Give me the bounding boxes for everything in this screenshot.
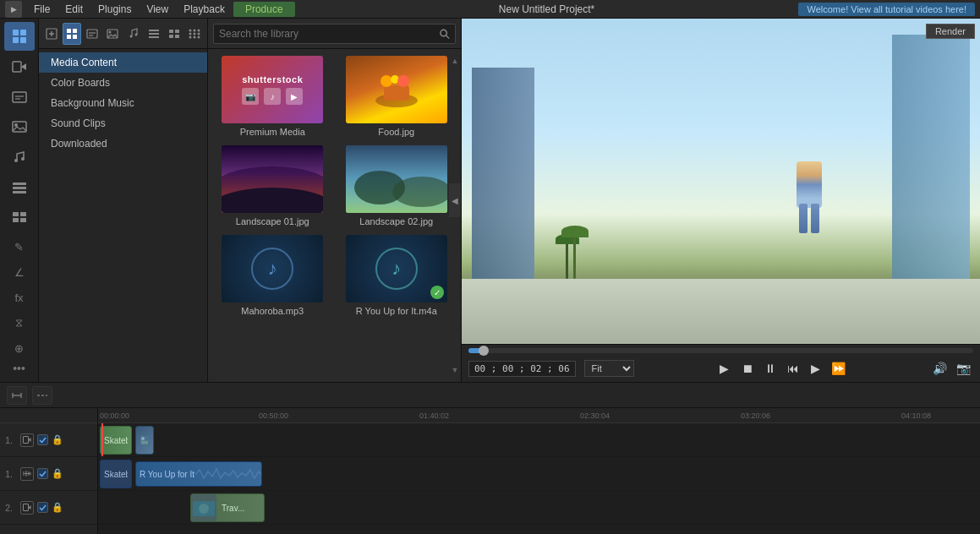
menu-file[interactable]: File xyxy=(27,2,57,17)
track-type-icon-audio xyxy=(20,467,34,481)
audio-clip-1a[interactable]: Skateb... xyxy=(100,460,132,488)
scroll-down-arrow[interactable]: ▼ xyxy=(449,362,461,379)
video-clip-1a[interactable]: Skateb... xyxy=(100,426,132,455)
svg-rect-15 xyxy=(13,191,26,193)
timeline-content: 1. 🔒 1. 🔒 xyxy=(0,408,980,534)
app-logo: ▶ xyxy=(5,1,22,18)
photo-view-btn[interactable] xyxy=(104,23,122,45)
volume-button[interactable]: 🔊 xyxy=(929,358,950,379)
menu-plugins[interactable]: Plugins xyxy=(91,2,138,17)
progress-bar[interactable] xyxy=(468,348,973,353)
track-lock-1[interactable]: 🔒 xyxy=(52,434,63,446)
nav-background-music[interactable]: Background Music xyxy=(39,93,207,113)
timeline-fit-btn[interactable] xyxy=(7,386,27,405)
nav-sound-clips[interactable]: Sound Clips xyxy=(39,113,207,134)
media-item-landscape02[interactable]: Landscape 02.jpg xyxy=(339,145,455,226)
track-number-1a: 1. xyxy=(5,469,17,479)
main-area: ✎ ∠ fx ⧖ ⊕ ••• xyxy=(0,19,980,382)
nav-downloaded[interactable]: Downloaded xyxy=(39,134,207,154)
media-thumb-landscape02 xyxy=(346,145,447,213)
progress-thumb[interactable] xyxy=(479,346,489,356)
media-item-premium[interactable]: shutterstock 📷 ♪ ▶ Premium Media xyxy=(215,56,331,137)
snapshot-button[interactable]: 📷 xyxy=(953,358,973,379)
music-icon-btn[interactable] xyxy=(4,143,35,172)
svg-point-45 xyxy=(194,32,196,35)
nav-color-boards[interactable]: Color Boards xyxy=(39,73,207,93)
import-button[interactable] xyxy=(42,23,60,45)
media-content-area: ▲ ◀ ▼ shutterstock 📷 ♪ ▶ xyxy=(208,19,462,382)
motion-icon-btn[interactable]: ⊕ xyxy=(4,336,35,360)
preview-video: Render xyxy=(462,19,980,344)
waveform xyxy=(195,466,262,483)
effects-icon-btn[interactable]: fx xyxy=(4,286,35,309)
welcome-banner[interactable]: Welcome! View all tutorial videos here! xyxy=(798,3,975,16)
playhead-cursor[interactable] xyxy=(101,423,103,456)
fit-dropdown[interactable]: Fit 50% 100% xyxy=(584,360,634,377)
caption-icon-btn[interactable] xyxy=(4,83,35,112)
menu-playback[interactable]: Playback xyxy=(177,2,232,17)
menu-edit[interactable]: Edit xyxy=(58,2,90,17)
timeline-zoom-btn[interactable] xyxy=(32,386,52,405)
media-view-btn[interactable] xyxy=(63,23,80,45)
track-controls: 1. 🔒 1. 🔒 xyxy=(0,408,98,534)
menu-view[interactable]: View xyxy=(140,2,175,17)
svg-rect-23 xyxy=(67,29,71,33)
svg-point-43 xyxy=(198,29,200,31)
svg-rect-76 xyxy=(24,504,29,511)
search-box[interactable] xyxy=(213,24,456,44)
produce-button[interactable]: Produce xyxy=(233,2,295,17)
track-visibility-cb-1[interactable] xyxy=(37,434,48,445)
svg-point-47 xyxy=(189,35,192,38)
track-controls-header xyxy=(0,408,97,423)
nav-media-content[interactable]: Media Content xyxy=(39,52,207,73)
media-item-mahoroba[interactable]: ♪ Mahoroba.mp3 xyxy=(215,235,331,316)
render-button[interactable]: Render xyxy=(926,24,975,39)
image-icon-btn[interactable] xyxy=(4,112,35,141)
track-lock-1a[interactable]: 🔒 xyxy=(52,468,63,480)
media-item-landscape01[interactable]: Landscape 01.jpg xyxy=(215,145,331,226)
preview-controls: 00 ; 00 ; 02 ; 06 Fit 50% 100% ▶ ⏹ ⏸ ⏮ ▶… xyxy=(462,344,980,382)
more-tools-icon[interactable]: ••• xyxy=(13,362,25,382)
prev-frame-button[interactable]: ⏮ xyxy=(783,358,803,379)
clip-label-1a: Skateb... xyxy=(104,436,128,445)
media-item-food[interactable]: Food.jpg xyxy=(339,56,455,137)
grid-view-btn[interactable] xyxy=(166,23,183,45)
svg-rect-53 xyxy=(384,85,409,101)
search-input[interactable] xyxy=(219,28,435,40)
pen-icon-btn[interactable]: ✎ xyxy=(4,236,35,259)
media-toolbar xyxy=(208,19,461,49)
skater-body xyxy=(797,161,822,208)
track-lane-1-video: Skateb... xyxy=(98,423,980,457)
media-label-landscape01: Landscape 01.jpg xyxy=(236,216,309,226)
svg-point-11 xyxy=(14,159,18,162)
track-control-1-audio: 1. 🔒 xyxy=(0,457,97,491)
pause-button[interactable]: ⏸ xyxy=(760,358,780,379)
stop-button[interactable]: ⏹ xyxy=(737,358,758,379)
video-icon-btn[interactable] xyxy=(4,52,35,81)
audio-clip-ryou[interactable]: R You Up for It xyxy=(135,461,262,487)
clip-label-ryou: R You Up for It xyxy=(140,470,194,479)
track-lock-2[interactable]: 🔒 xyxy=(52,502,63,514)
brush-icon-btn[interactable]: ∠ xyxy=(4,261,35,285)
media-library-icon-btn[interactable] xyxy=(4,22,35,51)
svg-rect-17 xyxy=(20,212,26,216)
track-visibility-cb-2[interactable] xyxy=(37,502,48,513)
media-item-ryou[interactable]: ♪ ✓ R You Up for It.m4a xyxy=(339,235,455,316)
list-icon-btn[interactable] xyxy=(4,173,35,202)
music-view-btn[interactable] xyxy=(124,23,142,45)
grid-icon-btn[interactable] xyxy=(4,204,35,232)
track-visibility-cb-1a[interactable] xyxy=(37,468,48,479)
play-button[interactable]: ▶ xyxy=(714,358,735,379)
caption-view-btn[interactable] xyxy=(84,23,101,45)
dots-view-btn[interactable] xyxy=(186,23,204,45)
tc-0: 00:00:00 xyxy=(100,411,129,420)
transition-icon-btn[interactable]: ⧖ xyxy=(4,311,35,335)
play-forward-button[interactable]: ▶ xyxy=(806,358,826,379)
fast-forward-button[interactable]: ⏩ xyxy=(829,358,849,379)
svg-rect-38 xyxy=(175,30,179,33)
svg-rect-0 xyxy=(13,30,19,35)
list-view-btn[interactable] xyxy=(145,23,162,45)
video-clip-1b[interactable] xyxy=(135,426,154,455)
video-clip-2a[interactable]: Trav... xyxy=(190,493,265,522)
scroll-collapse-arrow[interactable]: ◀ xyxy=(449,183,461,217)
